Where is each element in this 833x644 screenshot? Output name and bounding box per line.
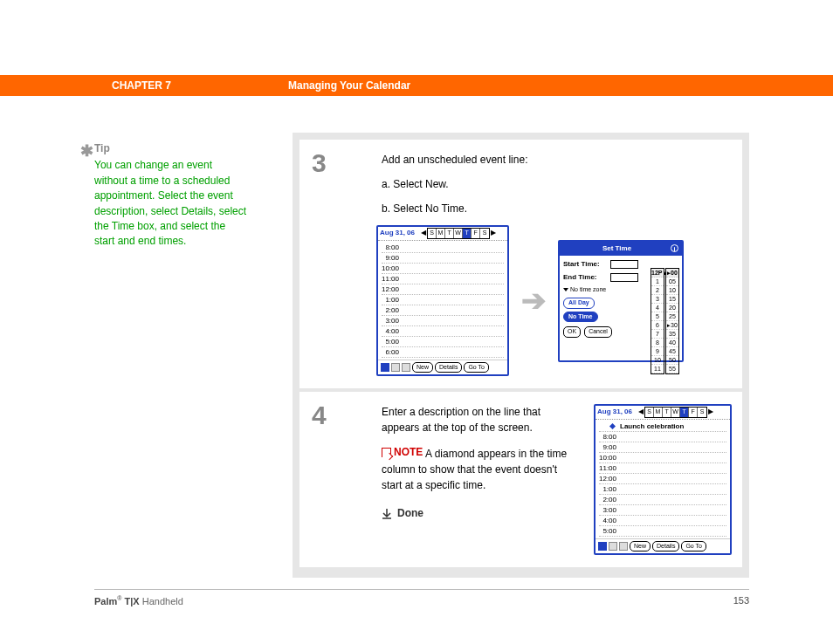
steps-container: 3 Add an unscheduled event line: a. Sele… bbox=[293, 133, 749, 578]
view-icon bbox=[598, 542, 607, 551]
note-label-text: NOTE bbox=[394, 444, 423, 460]
dropdown-icon bbox=[563, 288, 568, 291]
view-icon bbox=[619, 542, 628, 551]
info-icon: i bbox=[671, 244, 678, 252]
day-tab: M bbox=[437, 229, 445, 238]
time-row: 10:00 bbox=[599, 453, 620, 462]
time-row: 8:00 bbox=[382, 243, 403, 252]
dayview-header: Aug 31, 06 ◀ S M T W T F S ▶ bbox=[378, 227, 507, 241]
step4-text: Enter a description on the line that app… bbox=[382, 404, 578, 435]
mins-header: ▸00 bbox=[666, 269, 678, 277]
done-label: Done bbox=[397, 505, 423, 521]
dayview2-date: Aug 31, 06 bbox=[597, 407, 632, 417]
step-4: 4 Enter a description on the line that a… bbox=[299, 392, 742, 567]
chapter-title: Managing Your Calendar bbox=[288, 79, 410, 92]
page-footer: Palm® T|X Handheld 153 bbox=[94, 589, 749, 606]
chapter-header: CHAPTER 7 Managing Your Calendar bbox=[0, 75, 833, 96]
min-cell: 35 bbox=[666, 330, 678, 339]
time-row: 2:00 bbox=[382, 305, 403, 315]
time-row: 8:00 bbox=[599, 432, 620, 442]
note-label: NOTE bbox=[382, 444, 423, 460]
hour-cell: 9 bbox=[651, 347, 664, 356]
start-time-label: Start Time: bbox=[563, 259, 607, 270]
done-row: Done bbox=[382, 505, 578, 521]
day-tab-active: T bbox=[680, 408, 689, 417]
hour-cell: 7 bbox=[651, 330, 664, 339]
ok-button: OK bbox=[563, 326, 581, 338]
prev-day-icon: ◀ bbox=[637, 407, 644, 417]
min-cell: 15 bbox=[666, 295, 678, 304]
time-row: 6:00 bbox=[382, 347, 403, 357]
day-tab: W bbox=[454, 229, 463, 238]
day-tab: W bbox=[671, 408, 680, 417]
step3-intro: Add an unscheduled event line: bbox=[382, 152, 732, 168]
event-text: Launch celebration bbox=[620, 421, 726, 431]
dayview2-screenshot: Aug 31, 06 ◀ S M T W T F S ▶ bbox=[594, 404, 732, 555]
start-time-field bbox=[610, 260, 638, 269]
goto-button: Go To bbox=[681, 541, 706, 552]
next-day-icon: ▶ bbox=[707, 407, 714, 417]
details-button: Details bbox=[435, 362, 462, 373]
step-number-4: 4 bbox=[312, 401, 327, 430]
hour-cell: 2 bbox=[651, 286, 664, 295]
day-tab: F bbox=[472, 229, 480, 238]
settime-title: Set Time bbox=[563, 243, 671, 254]
tip-label: Tip bbox=[94, 141, 248, 156]
min-cell: 45 bbox=[666, 347, 678, 356]
time-row: 1:00 bbox=[599, 484, 620, 494]
view-icon bbox=[381, 363, 389, 372]
time-row: 5:00 bbox=[382, 337, 403, 346]
tip-text: You can change an event without a time t… bbox=[94, 158, 248, 249]
time-row: 11:00 bbox=[382, 274, 403, 284]
step-number-3: 3 bbox=[312, 148, 327, 178]
mins-column: ▸00 05 10 15 20 25 ▸30 35 40 45 50 bbox=[665, 268, 679, 374]
time-row: 12:00 bbox=[599, 474, 620, 483]
view-icon bbox=[609, 542, 617, 551]
step-3: 3 Add an unscheduled event line: a. Sele… bbox=[299, 140, 742, 388]
min-cell: 05 bbox=[666, 277, 678, 286]
goto-button: Go To bbox=[464, 362, 489, 373]
day-tabs: S M T W T F S bbox=[644, 407, 707, 418]
day-tab: T bbox=[663, 408, 671, 417]
step4-note: NOTE A diamond appears in the time colum… bbox=[382, 444, 578, 493]
day-tab: S bbox=[480, 229, 489, 238]
end-time-label: End Time: bbox=[563, 272, 607, 283]
hour-cell: 6 bbox=[651, 321, 664, 330]
min-cell: ▸30 bbox=[666, 321, 678, 330]
step3-screenshots: Aug 31, 06 ◀ S M T W T F S ▶ bbox=[376, 225, 732, 376]
done-icon bbox=[382, 508, 392, 518]
view-icon bbox=[402, 363, 410, 372]
dayview-timelines: 8:00 9:00 10:00 11:00 12:00 1:00 2:00 3:… bbox=[378, 241, 507, 360]
tip-asterisk-icon: ✱ bbox=[80, 140, 93, 162]
settime-header: Set Time i bbox=[560, 242, 682, 256]
page-number: 153 bbox=[733, 595, 749, 606]
time-row: 9:00 bbox=[599, 442, 620, 452]
time-row: 9:00 bbox=[382, 253, 403, 263]
dayview2-buttons: New Details Go To bbox=[595, 538, 730, 554]
hours-header: 12P▲ bbox=[651, 269, 664, 277]
day-tab: T bbox=[445, 229, 454, 238]
time-row: 11:00 bbox=[599, 463, 620, 473]
hour-cell: 3 bbox=[651, 295, 664, 304]
dayview-buttons: New Details Go To bbox=[378, 360, 507, 375]
no-time-zone-label: No time zone bbox=[570, 285, 606, 295]
note-icon bbox=[382, 448, 391, 457]
time-row: 4:00 bbox=[599, 516, 620, 525]
min-cell: 25 bbox=[666, 312, 678, 321]
new-button: New bbox=[630, 541, 651, 552]
footer-model: T|X bbox=[121, 596, 139, 606]
chapter-label: CHAPTER 7 bbox=[112, 79, 171, 92]
diamond-icon bbox=[609, 422, 616, 428]
view-icon bbox=[391, 363, 400, 372]
end-time-field bbox=[610, 273, 638, 282]
footer-product: Palm® T|X Handheld bbox=[94, 595, 183, 606]
event-row: Launch celebration bbox=[599, 421, 726, 432]
all-day-button: All Day bbox=[563, 298, 595, 309]
details-button: Details bbox=[652, 541, 679, 552]
hour-cell: 11 bbox=[651, 365, 664, 373]
dayview2-timelines: Launch celebration 8:00 9:00 10:00 11:00… bbox=[595, 420, 730, 538]
min-cell: 20 bbox=[666, 304, 678, 312]
time-columns: 12P▲ 1 2 3 4 5 6 7 8 9 10 bbox=[651, 268, 679, 374]
settime-screenshot: Set Time i Start Time: End Time: bbox=[558, 240, 684, 362]
time-row: 3:00 bbox=[599, 505, 620, 515]
